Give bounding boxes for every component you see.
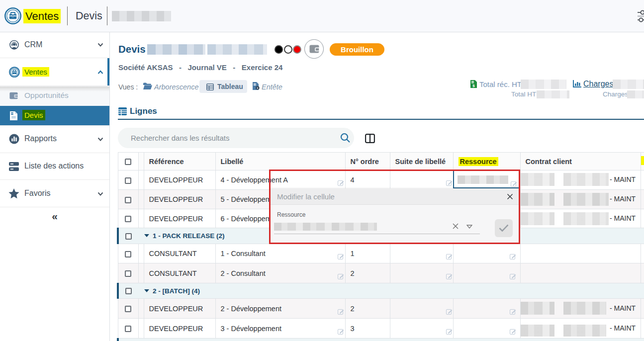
svg-text:i: i bbox=[257, 86, 258, 90]
svg-text:$: $ bbox=[472, 84, 475, 88]
